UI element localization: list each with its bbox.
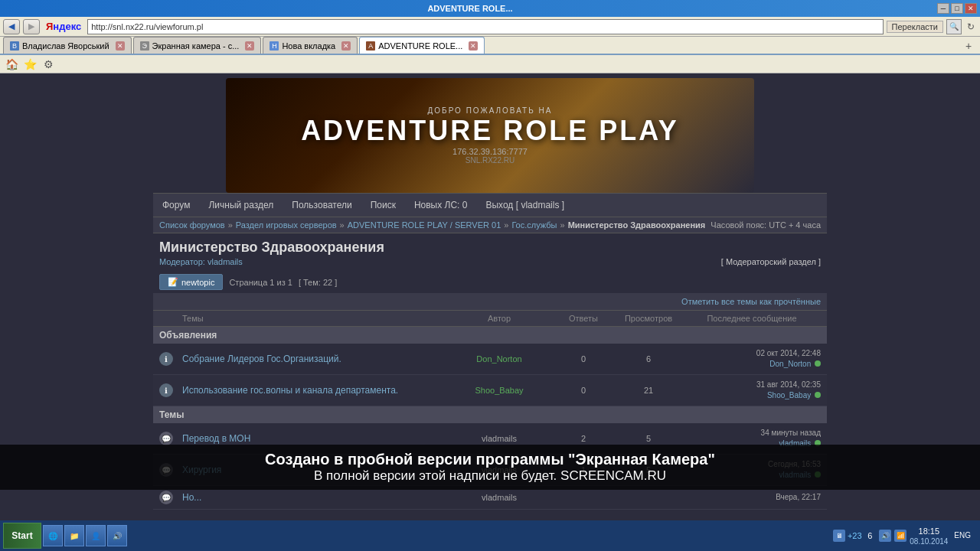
tray-monitor-icon[interactable]: 🖥 [833, 530, 845, 542]
topic-replies-announce1: 0 [553, 354, 614, 364]
address-bar[interactable]: http://snl.nx22.ru/viewforum.pl [87, 19, 883, 34]
banner-area: ДОБРО ПОЖАЛОВАТЬ НА ADVENTURE ROLE PLAY … [153, 73, 827, 193]
topic-last-announce1: 02 окт 2014, 22:48 Don_Norton [683, 348, 821, 370]
tab-vladislav[interactable]: В Владислав Яворський ✕ [3, 37, 132, 54]
search-button[interactable]: 🔍 [946, 19, 962, 34]
star-icon[interactable]: ⭐ [21, 57, 38, 72]
topic-views-t1: 5 [614, 434, 683, 443]
topic-title-announce2[interactable]: Использование гос.волны и канала департа… [182, 385, 446, 396]
nav-logout[interactable]: Выход [ vladmails ] [476, 194, 573, 217]
page-info: Страница 1 из 1 [229, 278, 292, 287]
moderation-section-link[interactable]: [ Модераторский раздел ] [721, 257, 821, 266]
moderator-row: Модератор: vladmails [ Модераторский раз… [153, 257, 827, 271]
col-replies: Ответы [553, 314, 614, 323]
col-themes: Темы [182, 314, 446, 323]
watermark-line2: В полной версии этой надписи не будет. S… [12, 468, 968, 484]
tab-close-vladislav[interactable]: ✕ [116, 41, 125, 51]
breadcrumb-current: Министерство Здравоохранения [568, 220, 706, 230]
topics-count: [ Тем: 22 ] [299, 278, 337, 287]
minimize-button[interactable]: ─ [937, 3, 949, 14]
topic-row: ℹ Собрание Лидеров Гос.Организаций. Don_… [153, 344, 827, 375]
taskbar-avatar[interactable]: 👤 [86, 525, 106, 546]
topic-last-author-a2[interactable]: Shoo_Babay [767, 391, 811, 399]
breadcrumb-bar: Список форумов » Раздел игровых серверов… [153, 217, 827, 233]
tab-label-vladislav: Владислав Яворський [22, 41, 109, 51]
maximize-button[interactable]: □ [951, 3, 963, 14]
banner-domain: SNL.RX22.RU [301, 156, 679, 165]
user-avatar-icon: 👤 [91, 532, 100, 540]
topic-title-announce1[interactable]: Собрание Лидеров Гос.Организаций. [182, 354, 446, 364]
banner-title: ADVENTURE ROLE PLAY [301, 115, 679, 147]
tab-adventure[interactable]: A ADVENTURE ROLE... ✕ [359, 37, 485, 54]
topic-icon-announce1: ℹ [159, 352, 173, 366]
tray-volume-icon[interactable]: 🔊 [879, 530, 891, 542]
new-topic-icon: 📝 [168, 277, 178, 287]
topic-author-announce1[interactable]: Don_Norton [446, 354, 553, 364]
topic-title-t3[interactable]: Но... [182, 492, 446, 503]
nav-personal[interactable]: Личный раздел [199, 194, 283, 217]
toolbar-row: 📝 newtopic Страница 1 из 1 [ Тем: 22 ] [153, 271, 827, 293]
tab-close-nova[interactable]: ✕ [341, 41, 351, 51]
breadcrumb-game-servers[interactable]: Раздел игровых серверов [236, 220, 337, 230]
moderator-label: Модератор: [159, 257, 205, 266]
nav-search[interactable]: Поиск [361, 194, 405, 217]
breadcrumb-sep4: » [560, 220, 565, 230]
taskbar-ie[interactable]: 🌐 [43, 525, 63, 546]
title-bar-controls: ─ □ ✕ [937, 3, 977, 14]
topic-author-t3[interactable]: vladmails [446, 493, 553, 502]
topic-replies-t1: 2 [553, 434, 614, 443]
close-button[interactable]: ✕ [965, 3, 977, 14]
nav-forum[interactable]: Форум [153, 194, 199, 217]
banner-welcome: ДОБРО ПОЖАЛОВАТЬ НА [301, 106, 679, 115]
tab-favicon-adventure: A [366, 41, 375, 51]
watermark-line1: Создано в пробной версии программы "Экра… [12, 451, 968, 468]
nav-users[interactable]: Пользователи [283, 194, 361, 217]
tray-network-icon[interactable]: 📶 [894, 530, 906, 542]
system-clock: 18:15 08.10.2014 [910, 526, 948, 545]
folder-icon: 📁 [70, 532, 79, 540]
forum-title: Министерство Здравоохранения [159, 240, 821, 256]
new-topic-button[interactable]: 📝 newtopic [159, 274, 223, 290]
mark-all-link[interactable]: Отметить все темы как прочтённые [681, 297, 821, 306]
breadcrumb-forums[interactable]: Список форумов [159, 220, 225, 230]
taskbar-sound[interactable]: 🔊 [107, 525, 127, 546]
topic-author-t1[interactable]: vladmails [446, 434, 553, 443]
settings-icon[interactable]: ⚙ [40, 57, 57, 72]
topic-title-t1[interactable]: Перевод в МОН [182, 433, 446, 444]
tab-close-screencam[interactable]: ✕ [245, 41, 254, 51]
banner-text: ДОБРО ПОЖАЛОВАТЬ НА ADVENTURE ROLE PLAY … [301, 106, 679, 165]
topic-replies-announce2: 0 [553, 386, 614, 395]
tab-screencam[interactable]: Э Экранная камера - с... ✕ [133, 37, 262, 54]
clock-time: 18:15 [910, 526, 948, 536]
new-tab-button[interactable]: + [960, 38, 977, 54]
col-icon [159, 314, 182, 323]
title-bar-text: ADVENTURE ROLE... [3, 4, 937, 13]
tab-close-adventure[interactable]: ✕ [469, 41, 478, 51]
topic-last-author-a1[interactable]: Don_Norton [769, 360, 811, 368]
breadcrumb-adventure[interactable]: ADVENTURE ROLE PLAY / SERVER 01 [348, 220, 501, 230]
topic-icon-t1: 💬 [159, 432, 173, 445]
moderation-section-anchor[interactable]: [ Модераторский раздел ] [721, 257, 821, 266]
moderator-text: Модератор: vladmails [159, 257, 243, 266]
forward-button[interactable]: ▶ [23, 19, 40, 34]
online-indicator-a2 [815, 392, 821, 398]
topic-author-announce2[interactable]: Shoo_Babay [446, 386, 553, 395]
keyboard-lang[interactable]: ENG [951, 531, 974, 540]
moderator-name[interactable]: vladmails [207, 257, 243, 266]
back-button[interactable]: ◀ [3, 19, 20, 34]
start-button[interactable]: Start [3, 523, 41, 549]
col-author: Автор [446, 314, 553, 323]
tab-favicon-screencam: Э [140, 41, 149, 51]
breadcrumb-govsluzhby[interactable]: Гос.службы [511, 220, 557, 230]
yandex-logo: Яндекс [46, 21, 81, 32]
tab-nova[interactable]: Н Нова вкладка ✕ [263, 37, 358, 54]
forum-nav-menu: Форум Личный раздел Пользователи Поиск Н… [153, 193, 827, 217]
breadcrumb: Список форумов » Раздел игровых серверов… [159, 220, 705, 230]
translate-button[interactable]: Перекласти [887, 21, 943, 33]
mark-all-row: Отметить все темы как прочтённые [153, 293, 827, 310]
nav-messages[interactable]: Новых ЛС: 0 [405, 194, 477, 217]
home-icon[interactable]: 🏠 [3, 57, 20, 72]
ie-icon: 🌐 [48, 532, 57, 540]
taskbar-folder[interactable]: 📁 [64, 525, 84, 546]
refresh-button[interactable]: ↻ [965, 19, 977, 34]
